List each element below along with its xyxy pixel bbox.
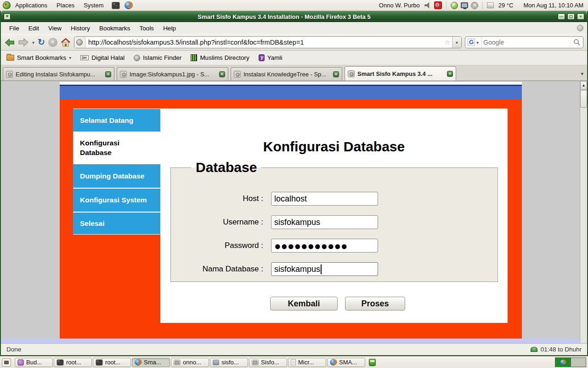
vertical-scrollbar[interactable]: ▲ [580,81,587,343]
sidebar-item-dumping-database[interactable]: Dumping Database [73,164,160,188]
firefox-window: ▼ Smart Sisfo Kampus 3.4 Installation - … [0,11,588,356]
url-bar[interactable]: ☆ ▾ [74,36,462,48]
task-button-root-1[interactable]: root... [54,358,92,367]
bookmark-star-icon[interactable]: ☆ [442,38,452,46]
bookmark-muslims-directory[interactable]: Muslims Directory [191,54,249,61]
navigation-toolbar: ▾ ↻ × ☆ ▾ G ▾ [1,34,587,51]
search-input[interactable] [481,39,571,46]
install-steps-sidebar: Selamat Datang Konfigurasi Database Dump… [73,109,160,235]
search-engine-button[interactable]: G ▾ [465,37,481,48]
display-icon[interactable] [461,2,468,8]
workspace-1[interactable] [555,358,571,367]
username-input[interactable] [271,215,378,229]
tab-editing-instalasi[interactable]: Editing Instalasi Sisfokampu... × [3,67,114,80]
menu-view[interactable]: View [44,22,66,34]
page-favicon-icon [76,39,83,46]
panel-separator [446,2,447,9]
list-all-tabs-icon[interactable]: ▾ [581,71,583,77]
tab-close-icon[interactable]: × [105,71,111,77]
menu-edit[interactable]: Edit [24,22,44,34]
maximize-button[interactable]: ▢ [567,13,575,20]
show-desktop-icon[interactable] [2,358,11,367]
home-button[interactable] [61,38,71,47]
tab-favicon-icon [6,71,13,78]
task-button-sma[interactable]: SMA... [327,358,365,367]
trash-icon[interactable] [369,359,376,366]
sidebar-item-selesai[interactable]: Selesai [73,213,160,234]
bookmarks-toolbar: Smart Bookmarks ▾ Digital Halal Islamic … [1,51,587,65]
workspace-switcher[interactable] [555,357,586,367]
task-button-onno[interactable]: onno... [171,358,209,367]
task-button-bud[interactable]: Bud... [15,358,53,367]
tab-bar: Editing Instalasi Sisfokampu... × Image:… [1,65,587,81]
url-dropdown-button[interactable]: ▾ [452,37,461,48]
stop-button[interactable]: × [48,38,57,47]
terminal-launcher-icon[interactable] [112,2,120,9]
sidebar-item-selamat-datang[interactable]: Selamat Datang [73,109,160,132]
power-icon[interactable] [434,1,442,9]
window-title: Smart Sisfo Kampus 3.4 Installation - Mo… [11,13,558,20]
throbber-icon [577,25,583,31]
host-input[interactable] [271,192,378,206]
search-icon[interactable] [573,39,581,46]
weather-icon[interactable] [487,2,494,8]
task-button-sisfo-2[interactable]: Sisfo... [249,358,287,367]
task-button-smart-sisfo[interactable]: Sma... [132,358,170,367]
kembali-button[interactable]: Kembali [270,297,338,310]
back-button[interactable] [5,38,15,47]
menu-file[interactable]: File [5,22,24,34]
forward-button[interactable] [18,38,29,47]
firefox-icon [135,359,141,365]
search-bar[interactable]: G ▾ [465,36,583,48]
url-input[interactable] [85,39,442,46]
menu-tools[interactable]: Tools [135,22,159,34]
window-menu-icon[interactable]: ▼ [4,13,11,20]
system-menu[interactable]: System [79,0,108,11]
tab-close-icon[interactable]: × [447,71,453,77]
workspace-2[interactable] [571,358,586,367]
bookmark-yamli[interactable]: Yamli [259,54,283,61]
firefox-launcher-icon[interactable] [124,1,132,9]
reload-button[interactable]: ↻ [38,38,45,46]
task-button-root-2[interactable]: root... [93,358,131,367]
computer-icon [252,360,258,365]
close-button[interactable]: × [577,13,584,20]
page-footer-strip [1,339,580,343]
scroll-up-icon[interactable]: ▲ [580,81,587,90]
firefox-icon [330,359,336,365]
password-input[interactable] [271,239,378,253]
history-dropdown-icon[interactable]: ▾ [32,40,34,45]
yamli-icon [259,54,265,61]
tab-image-sisfokampus[interactable]: Image:Sisfokampus1.jpg - S... × [117,67,228,80]
sidebar-item-konfigurasi-system[interactable]: Konfigurasi System [73,189,160,212]
network-globe-icon[interactable] [451,2,458,9]
tab-instalasi-knowledgetree[interactable]: Instalasi KnowledgeTree - Sp... × [231,67,342,80]
task-button-micr[interactable]: Micr... [288,358,326,367]
minimize-button[interactable]: — [558,13,565,20]
task-label: onno... [183,359,201,366]
chat-offline-icon[interactable] [471,2,478,9]
tab-close-icon[interactable]: × [219,71,225,77]
scrollbar-thumb[interactable] [580,90,587,108]
places-menu[interactable]: Places [52,0,79,11]
distro-logo-icon[interactable] [3,1,11,9]
task-label: SMA... [339,359,357,366]
bookmark-islamic-finder[interactable]: Islamic Finder [134,54,181,61]
window-titlebar[interactable]: ▼ Smart Sisfo Kampus 3.4 Installation - … [1,11,587,22]
menu-history[interactable]: History [66,22,95,34]
database-name-input[interactable]: sisfokampus [271,262,378,276]
database-name-label: Nama Database : [171,262,263,276]
tab-smart-sisfo-kampus[interactable]: Smart Sisfo Kampus 3.4 ... × [345,66,456,80]
applications-menu[interactable]: Applications [11,0,52,11]
task-button-sisfo[interactable]: sisfo... [210,358,248,367]
volume-icon[interactable] [424,2,431,9]
bookmark-smart-bookmarks[interactable]: Smart Bookmarks ▾ [6,54,71,61]
clock[interactable]: Mon Aug 11, 10:10 AM [521,2,585,9]
proses-button[interactable]: Proses [345,297,405,310]
menu-bookmarks[interactable]: Bookmarks [95,22,135,34]
menu-help[interactable]: Help [158,22,181,34]
tab-close-icon[interactable]: × [333,71,339,77]
sidebar-item-konfigurasi-database[interactable]: Konfigurasi Database [73,132,142,164]
user-name[interactable]: Onno W. Purbo [377,2,422,9]
bookmark-digital-halal[interactable]: Digital Halal [80,54,124,61]
